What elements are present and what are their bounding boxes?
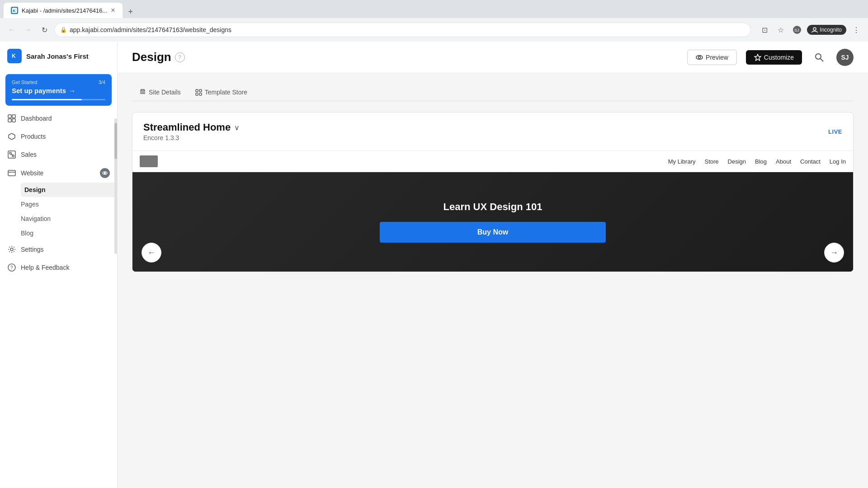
new-tab-button[interactable]: + [124,5,137,18]
get-started-progress-bar [12,99,82,100]
tab-site-details[interactable]: Site Details [132,84,188,101]
svg-rect-7 [8,115,11,118]
preview-arrow-right[interactable]: → [824,243,844,263]
svg-point-23 [816,54,821,59]
header-actions: Preview Customize SJ [687,49,854,66]
customize-button-label: Customize [764,54,794,61]
forward-button[interactable]: → [22,23,34,36]
user-avatar[interactable]: SJ [836,49,854,66]
dashboard-label: Dashboard [21,115,110,122]
preview-nav-store: Store [704,158,718,165]
profile-button[interactable]: SJ [791,23,803,36]
tab-template-store[interactable]: Template Store [188,84,255,101]
svg-rect-9 [8,119,11,122]
sidebar-scroll-thumb [114,123,117,159]
preview-button-label: Preview [706,54,728,61]
svg-point-17 [104,173,106,174]
browser-nav: ← → ↻ 🔒 app.kajabi.com/admin/sites/21476… [0,18,868,42]
design-title: Streamlined Home [143,122,231,133]
website-icon [7,169,16,178]
dashboard-icon [7,114,16,123]
tab-close-button[interactable]: × [111,6,115,14]
sidebar-item-help[interactable]: ? Help & Feedback [0,258,117,277]
sidebar-item-website[interactable]: Website [0,164,117,183]
preview-nav-contact: Contact [800,158,821,165]
get-started-label: Get Started 3/4 [12,80,105,85]
get-started-card[interactable]: Get Started 3/4 Set up payments → [5,74,112,106]
sidebar-sub-design[interactable]: Design [21,183,117,197]
preview-arrow-left[interactable]: ← [142,243,161,263]
tab-template-store-label: Template Store [205,89,247,96]
tab-favicon: K [11,7,18,14]
address-bar[interactable]: 🔒 app.kajabi.com/admin/sites/2147647163/… [54,23,751,37]
website-submenu: Design Pages Navigation Blog [21,183,117,240]
active-tab[interactable]: K Kajabi - /admin/sites/21476416... × [4,3,123,18]
customize-button[interactable]: Customize [746,50,802,65]
svg-rect-30 [196,93,198,95]
cast-button[interactable]: ⊡ [758,23,771,36]
search-button[interactable] [811,49,827,66]
preview-nav-login: Log In [830,158,846,165]
sidebar-item-settings[interactable]: Settings [0,240,117,258]
lock-icon: 🔒 [60,27,67,33]
preview-nav-my-library: My Library [668,158,696,165]
get-started-title: Set up payments → [12,87,105,94]
preview-button[interactable]: Preview [687,50,737,65]
sidebar-scrollbar[interactable] [114,118,117,254]
preview-nav-bar: My Library Store Design Blog About Conta… [132,151,853,172]
website-eye-badge [100,168,110,178]
design-card-subtitle: Encore 1.3.3 [143,134,240,141]
main-content: Design ? Preview Customize SJ [118,42,868,488]
design-card-header: Streamlined Home ∨ Encore 1.3.3 LIVE [132,113,853,151]
sidebar-brand: Sarah Jonas's First [26,52,89,60]
settings-icon [7,245,16,254]
browser-tabs: K Kajabi - /admin/sites/21476416... × + [0,0,868,18]
svg-rect-31 [199,93,202,95]
design-card-title-group: Streamlined Home ∨ Encore 1.3.3 [143,122,240,141]
preview-nav-blog: Blog [755,158,767,165]
sidebar-item-dashboard[interactable]: Dashboard [0,109,117,127]
address-text: app.kajabi.com/admin/sites/2147647163/we… [70,26,231,33]
bookmark-button[interactable]: ☆ [774,23,787,36]
settings-label: Settings [21,246,110,253]
back-button[interactable]: ← [5,23,18,36]
get-started-progress [12,99,105,100]
svg-rect-29 [199,89,202,92]
browser-chrome: K Kajabi - /admin/sites/21476416... × + … [0,0,868,42]
help-tooltip-icon[interactable]: ? [175,52,185,62]
svg-point-12 [12,155,14,157]
sales-icon [7,150,16,159]
sidebar-item-sales[interactable]: Sales [0,145,117,164]
help-icon: ? [7,263,16,272]
help-label: Help & Feedback [21,264,110,271]
svg-rect-10 [12,119,15,122]
live-badge: LIVE [828,128,842,135]
tab-title: Kajabi - /admin/sites/21476416... [22,7,107,14]
svg-rect-8 [12,115,15,118]
sidebar-scroll: K Sarah Jonas's First Get Started 3/4 Se… [0,42,117,488]
sidebar-sub-blog[interactable]: Blog [21,226,117,240]
svg-text:SJ: SJ [794,28,799,33]
app: K Sarah Jonas's First Get Started 3/4 Se… [0,42,868,488]
sidebar-sub-pages[interactable]: Pages [21,197,117,211]
products-icon [7,132,16,141]
sidebar-item-products[interactable]: Products [0,127,117,145]
preview-buy-button[interactable]: Buy Now [380,222,606,243]
sidebar-sub-navigation[interactable]: Navigation [21,211,117,226]
preview-hero-title: Learn UX Design 101 [380,201,606,213]
preview-hero: Learn UX Design 101 Buy Now [132,172,853,272]
reload-button[interactable]: ↻ [38,23,51,36]
chevron-down-icon[interactable]: ∨ [234,123,240,132]
tab-site-details-label: Site Details [149,89,181,96]
svg-line-24 [821,59,823,61]
tabs-row: Site Details Template Store [132,84,854,101]
browser-actions: ⊡ ☆ SJ Incognito ⋮ [758,23,863,36]
website-label: Website [21,169,95,177]
svg-point-22 [698,56,701,58]
svg-rect-28 [196,89,198,92]
menu-button[interactable]: ⋮ [850,23,863,36]
incognito-label: Incognito [807,25,846,35]
preview-area: My Library Store Design Blog About Conta… [132,151,853,272]
svg-text:K: K [12,53,16,59]
preview-nav-about: About [776,158,791,165]
